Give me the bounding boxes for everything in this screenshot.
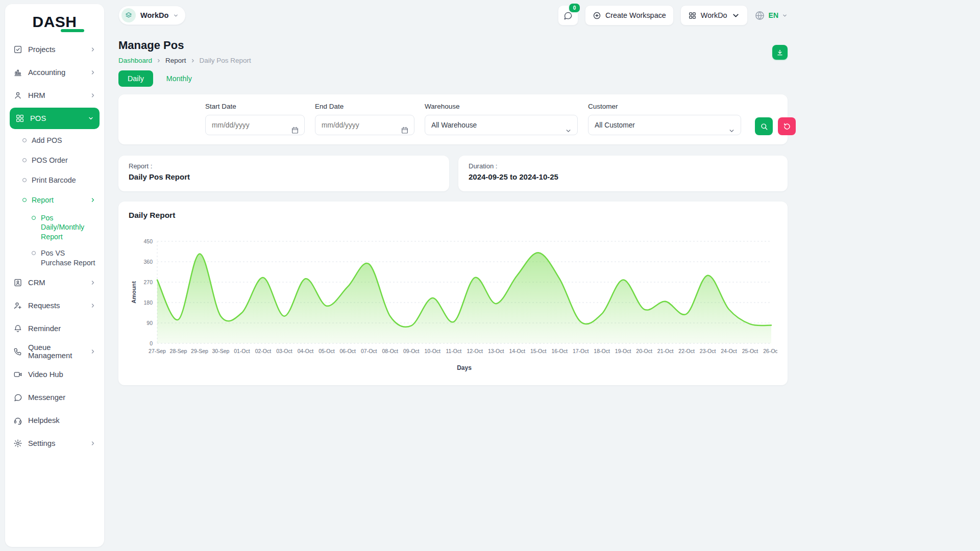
warehouse-select[interactable]: All Warehouse <box>425 115 578 135</box>
sidebar-item-label: Projects <box>28 45 55 54</box>
svg-text:11-Oct: 11-Oct <box>446 348 461 354</box>
svg-text:30-Sep: 30-Sep <box>212 348 229 354</box>
apply-filter-button[interactable] <box>755 117 773 135</box>
report-period-tabs: Daily Monthly <box>118 70 201 87</box>
breadcrumb-dashboard[interactable]: Dashboard <box>118 57 152 64</box>
chevron-down-icon <box>782 13 788 18</box>
language-selector[interactable]: EN <box>754 10 788 21</box>
bullet-circle-icon <box>32 216 36 220</box>
svg-text:15-Oct: 15-Oct <box>530 348 547 354</box>
globe-icon <box>754 10 765 21</box>
svg-text:08-Oct: 08-Oct <box>382 348 399 354</box>
sidebar-item-pos-order[interactable]: POS Order <box>5 150 104 170</box>
bullet-circle-icon <box>32 251 36 255</box>
sidebar-item-video-hub[interactable]: Video Hub <box>5 363 104 386</box>
svg-text:180: 180 <box>143 299 153 306</box>
filter-actions <box>755 117 796 135</box>
svg-text:05-Oct: 05-Oct <box>318 348 335 354</box>
end-date-field: End Date <box>315 103 414 135</box>
bullet-circle-icon <box>22 178 27 182</box>
queue-icon <box>13 347 22 356</box>
sidebar-item-crm[interactable]: CRM <box>5 271 104 294</box>
daily-report-chart: 09018027036045027-Sep28-Sep29-Sep30-Sep0… <box>129 234 777 373</box>
top-bar: WorkDo 0 Create Workspace WorkDo EN <box>118 4 788 27</box>
sidebar-item-pos[interactable]: POS <box>10 108 100 129</box>
reset-filter-button[interactable] <box>778 117 796 135</box>
messages-button[interactable]: 0 <box>558 5 578 26</box>
duration-label: Duration : <box>469 162 777 170</box>
sidebar-item-queue-management[interactable]: Queue Management <box>5 340 104 363</box>
svg-text:14-Oct: 14-Oct <box>509 348 525 354</box>
end-date-input[interactable] <box>315 115 414 135</box>
sidebar-item-label: HRM <box>28 91 45 99</box>
user-menu-label: WorkDo <box>701 11 727 19</box>
svg-text:360: 360 <box>143 259 153 265</box>
sidebar-item-pos-daily-monthly-report[interactable]: Pos Daily/Monthly Report <box>5 210 104 245</box>
reminder-icon <box>13 324 22 333</box>
sidebar-item-settings[interactable]: Settings <box>5 432 104 455</box>
report-summary-card: Report : Daily Pos Report <box>118 156 449 191</box>
svg-text:24-Oct: 24-Oct <box>721 348 737 354</box>
sidebar-item-print-barcode[interactable]: Print Barcode <box>5 170 104 190</box>
sidebar-item-label: Helpdesk <box>28 416 60 424</box>
svg-text:04-Oct: 04-Oct <box>298 348 314 354</box>
customer-field: Customer All Customer <box>588 103 741 135</box>
svg-text:23-Oct: 23-Oct <box>700 348 716 354</box>
sidebar-item-messenger[interactable]: Messenger <box>5 386 104 409</box>
chevron-right-icon <box>90 92 96 98</box>
pos-icon <box>15 114 24 123</box>
sidebar-item-add-pos[interactable]: Add POS <box>5 130 104 150</box>
filter-card: Start Date End Date Warehouse All Wareho… <box>118 94 788 144</box>
breadcrumb-report[interactable]: Report <box>165 57 186 64</box>
chevron-down-icon <box>731 11 740 20</box>
workspace-selector[interactable]: WorkDo <box>118 6 186 25</box>
tab-monthly[interactable]: Monthly <box>157 70 201 87</box>
chevron-right-icon <box>90 69 96 76</box>
sidebar-item-projects[interactable]: Projects <box>5 38 104 61</box>
svg-text:270: 270 <box>143 279 153 285</box>
page-title: Manage Pos <box>118 39 251 52</box>
customer-select[interactable]: All Customer <box>588 115 741 135</box>
bullet-circle-icon <box>22 198 27 202</box>
reset-icon <box>783 122 791 131</box>
create-workspace-button[interactable]: Create Workspace <box>585 5 674 26</box>
sidebar-item-pos-vs-purchase-report[interactable]: Pos VS Purchase Report <box>5 245 104 271</box>
sidebar-item-accounting[interactable]: Accounting <box>5 61 104 84</box>
svg-text:06-Oct: 06-Oct <box>340 348 356 354</box>
chevron-right-icon <box>90 46 96 53</box>
tab-daily[interactable]: Daily <box>118 70 153 87</box>
sidebar-item-label: Add POS <box>32 136 62 144</box>
sidebar-item-label: Report <box>32 196 54 204</box>
user-menu-button[interactable]: WorkDo <box>680 5 748 26</box>
start-date-input[interactable] <box>205 115 305 135</box>
download-report-button[interactable] <box>772 45 788 60</box>
duration-summary-card: Duration : 2024-09-25 to 2024-10-25 <box>458 156 788 191</box>
helpdesk-icon <box>13 416 22 425</box>
report-value: Daily Pos Report <box>129 172 439 181</box>
svg-text:07-Oct: 07-Oct <box>361 348 377 354</box>
customer-label: Customer <box>588 103 741 110</box>
grid-icon <box>688 11 697 20</box>
svg-text:19-Oct: 19-Oct <box>615 348 631 354</box>
svg-text:09-Oct: 09-Oct <box>403 348 420 354</box>
sidebar-item-helpdesk[interactable]: Helpdesk <box>5 409 104 432</box>
download-icon <box>776 49 783 56</box>
svg-text:29-Sep: 29-Sep <box>191 348 208 354</box>
sidebar-item-requests[interactable]: Requests <box>5 294 104 317</box>
svg-text:25-Oct: 25-Oct <box>742 348 758 354</box>
daily-report-card: Daily Report 09018027036045027-Sep28-Sep… <box>118 202 788 385</box>
sidebar-item-hrm[interactable]: HRM <box>5 84 104 107</box>
hrm-icon <box>13 91 22 100</box>
sidebar-item-reminder[interactable]: Reminder <box>5 317 104 340</box>
app-logo[interactable]: DASH <box>5 10 104 34</box>
sidebar-item-report[interactable]: Report <box>5 190 104 210</box>
sidebar-item-label: Settings <box>28 439 55 447</box>
start-date-field: Start Date <box>205 103 305 135</box>
requests-icon <box>13 301 22 310</box>
svg-text:0: 0 <box>150 340 153 346</box>
sidebar-item-label: Pos Daily/Monthly Report <box>41 213 96 241</box>
svg-text:Amount: Amount <box>131 281 137 304</box>
language-code: EN <box>769 11 778 19</box>
chevron-right-icon <box>90 440 96 446</box>
svg-text:28-Sep: 28-Sep <box>170 348 187 354</box>
